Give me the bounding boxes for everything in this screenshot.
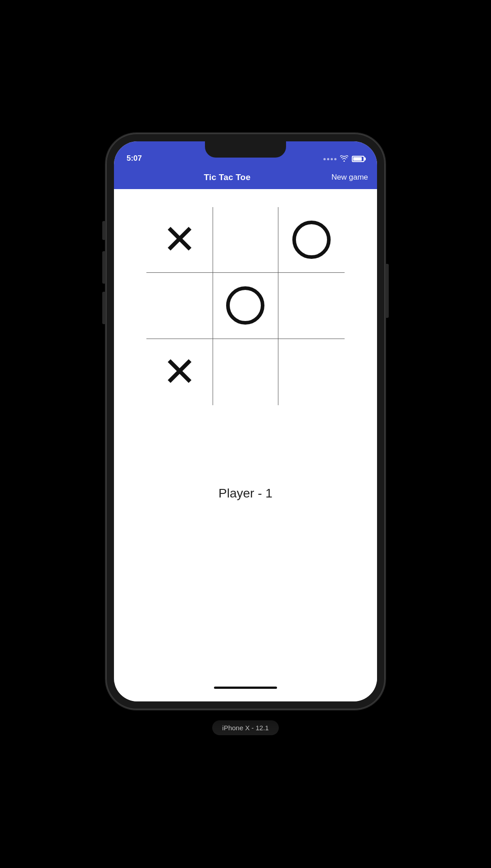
volume-down-button[interactable] [102, 292, 106, 324]
phone-screen: 5:07 [114, 141, 377, 701]
scene: 5:07 [0, 0, 491, 868]
cell-1[interactable] [213, 207, 279, 273]
cell-4[interactable] [213, 273, 279, 339]
game-board[interactable]: ✕ [146, 207, 345, 405]
signal-icon [323, 158, 336, 160]
x-mark-6: ✕ [163, 352, 196, 392]
power-button[interactable] [385, 264, 389, 318]
volume-up-button[interactable] [102, 251, 106, 284]
cell-2[interactable] [278, 207, 345, 273]
cell-7[interactable] [213, 339, 279, 405]
o-mark-2 [292, 221, 331, 259]
app-title: Tic Tac Toe [123, 172, 332, 182]
cell-8[interactable] [278, 339, 345, 405]
battery-icon [352, 156, 364, 162]
o-mark-4 [226, 286, 264, 325]
device-label: iPhone X - 12.1 [212, 720, 278, 735]
status-icons [323, 155, 364, 163]
home-indicator[interactable] [214, 687, 277, 689]
cell-0[interactable]: ✕ [146, 207, 213, 273]
phone-wrapper: 5:07 [106, 133, 385, 710]
new-game-button[interactable]: New game [332, 173, 368, 182]
screen-inner: 5:07 [114, 141, 377, 701]
wifi-icon [340, 155, 348, 163]
game-content: ✕ [114, 189, 377, 701]
cell-6[interactable]: ✕ [146, 339, 213, 405]
mute-button[interactable] [102, 221, 106, 240]
nav-bar: Tic Tac Toe New game [114, 166, 377, 189]
notch [205, 141, 286, 158]
cell-5[interactable] [278, 273, 345, 339]
player-label: Player - 1 [218, 486, 273, 501]
x-mark-0: ✕ [163, 219, 196, 260]
cell-3[interactable] [146, 273, 213, 339]
